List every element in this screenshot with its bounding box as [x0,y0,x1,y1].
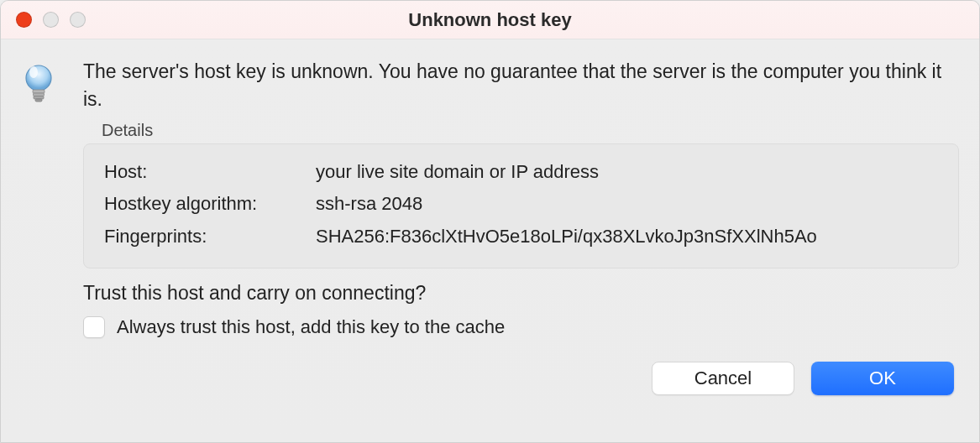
dialog-title: Unknown host key [1,9,979,31]
details-key-fingerprint: Fingerprints: [104,221,316,253]
always-trust-checkbox[interactable] [83,316,105,338]
details-key-algorithm: Hostkey algorithm: [104,188,316,221]
always-trust-row: Always trust this host, add this key to … [83,316,959,338]
svg-rect-5 [35,99,42,102]
maximize-window-button [70,12,86,28]
close-window-button[interactable] [16,12,32,28]
svg-rect-3 [34,93,45,96]
lightbulb-icon [21,63,61,107]
details-value-algorithm: ssh-rsa 2048 [316,188,938,221]
details-value-host: your live site domain or IP address [316,156,938,189]
always-trust-label: Always trust this host, add this key to … [117,316,505,338]
dialog-window: Unknown host key [0,0,980,443]
svg-point-0 [26,65,51,91]
svg-rect-2 [33,90,45,93]
window-controls [1,12,86,28]
details-value-fingerprint: SHA256:F836clXtHvO5e18oLPi/qx38XLvkoJp3n… [316,221,938,253]
minimize-window-button [43,12,59,28]
titlebar: Unknown host key [1,1,979,39]
dialog-content: The server's host key is unknown. You ha… [1,39,979,442]
details-row-algorithm: Hostkey algorithm: ssh-rsa 2048 [104,188,938,221]
cancel-button[interactable]: Cancel [652,362,794,395]
warning-message: The server's host key is unknown. You ha… [83,58,959,114]
details-box: Host: your live site domain or IP addres… [83,143,959,269]
trust-question: Trust this host and carry on connecting? [83,282,959,305]
details-row-fingerprint: Fingerprints: SHA256:F836clXtHvO5e18oLPi… [104,221,938,253]
details-key-host: Host: [104,156,316,189]
ok-button[interactable]: OK [811,362,954,395]
details-label: Details [102,121,959,140]
svg-point-1 [29,66,38,78]
dialog-buttons: Cancel OK [83,362,959,410]
svg-rect-4 [34,96,44,100]
details-row-host: Host: your live site domain or IP addres… [104,156,938,189]
